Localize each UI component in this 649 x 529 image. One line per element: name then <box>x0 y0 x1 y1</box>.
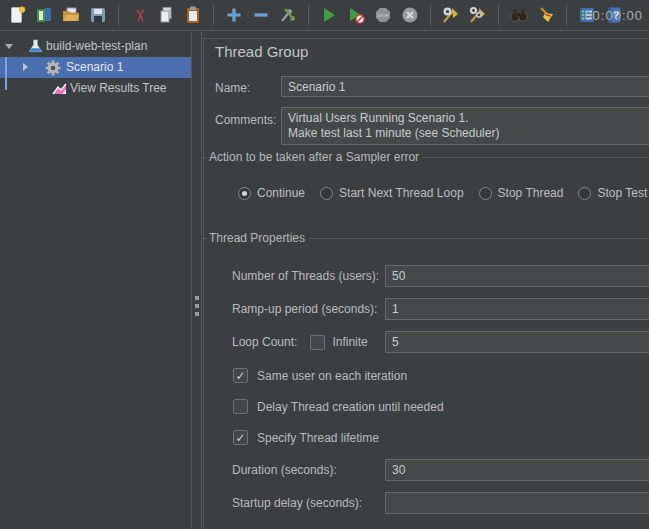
tree-item-label: build-web-test-plan <box>46 39 147 53</box>
radio-button[interactable] <box>320 187 333 200</box>
comments-line-2: Make test last 1 minute (see Scheduler) <box>288 126 499 141</box>
delay-thread-checkbox[interactable]: ✓ <box>233 399 248 414</box>
loop-count-label: Loop Count: <box>232 335 297 349</box>
collapse-arrow-icon[interactable] <box>23 63 28 71</box>
radio-stop-thread[interactable]: Stop Thread <box>479 186 564 200</box>
start-icon[interactable] <box>318 4 340 26</box>
group-border-line <box>309 238 649 239</box>
paste-icon[interactable] <box>182 4 204 26</box>
group-border-line <box>423 157 649 158</box>
stop-icon: STOP <box>372 4 394 26</box>
remove-icon[interactable] <box>250 4 272 26</box>
thread-lifetime-checkbox[interactable]: ✓ <box>233 430 248 445</box>
toolbar-separator <box>498 5 499 25</box>
toolbar-separator <box>118 5 119 25</box>
toolbar-separator <box>566 5 567 25</box>
start-no-timers-icon[interactable] <box>345 4 367 26</box>
loop-count-value: 5 <box>392 335 399 349</box>
comments-input[interactable]: Virtual Users Running Scenario 1. Make t… <box>281 107 649 145</box>
infinite-label: Infinite <box>332 335 367 349</box>
radio-button[interactable] <box>238 187 251 200</box>
duration-label: Duration (seconds): <box>232 463 337 477</box>
shutdown-icon <box>399 4 421 26</box>
toolbar-separator <box>213 5 214 25</box>
sampler-error-group-title: Action to be taken after a Sampler error <box>207 150 423 164</box>
loop-count-input[interactable]: 5 <box>385 331 649 353</box>
radio-label: Stop Test <box>597 186 647 200</box>
splitter-grip-dot <box>195 312 199 316</box>
new-file-icon[interactable] <box>6 4 28 26</box>
thread-group-panel: Thread Group Name: Scenario 1 Comments: … <box>202 31 649 529</box>
comments-line-1: Virtual Users Running Scenario 1. <box>288 111 469 126</box>
cut-icon[interactable]: ✂ <box>128 4 150 26</box>
sampler-error-group: Action to be taken after a Sampler error <box>202 150 649 164</box>
num-threads-row: Number of Threads (users): 50 <box>232 265 649 287</box>
thread-properties-group: Thread Properties <box>202 231 649 245</box>
ramp-up-value: 1 <box>392 302 399 316</box>
svg-text:STOP: STOP <box>377 13 389 18</box>
startup-delay-row: Startup delay (seconds): <box>232 492 649 514</box>
tree-item-scenario-1[interactable]: Scenario 1 <box>0 57 191 78</box>
expand-arrow-icon[interactable] <box>5 44 13 49</box>
same-user-row[interactable]: ✓ Same user on each iteration <box>233 367 407 384</box>
ramp-up-input[interactable]: 1 <box>385 298 649 320</box>
sampler-error-options: Continue Start Next Thread Loop Stop Thr… <box>238 184 647 202</box>
copy-icon[interactable] <box>155 4 177 26</box>
radio-continue[interactable]: Continue <box>238 186 305 200</box>
ramp-up-label: Ramp-up period (seconds): <box>232 302 377 316</box>
search-reset-icon[interactable] <box>535 4 557 26</box>
results-chart-icon <box>51 80 68 101</box>
toolbar-separator <box>430 5 431 25</box>
name-value: Scenario 1 <box>288 80 345 94</box>
thread-lifetime-label: Specify Thread lifetime <box>257 431 379 445</box>
clear-icon[interactable] <box>440 4 462 26</box>
tree-item-label: View Results Tree <box>70 81 167 95</box>
templates-icon[interactable] <box>33 4 55 26</box>
toolbar: ✂ STOP ? 00:00:00 <box>0 0 649 31</box>
duration-value: 30 <box>392 463 405 477</box>
tree-item-label: Scenario 1 <box>66 60 123 74</box>
radio-stop-test[interactable]: Stop Test <box>578 186 647 200</box>
toggle-icon[interactable] <box>277 4 299 26</box>
loop-count-row: Loop Count: ✓ Infinite 5 <box>232 331 649 353</box>
test-plan-tree: build-web-test-plan Scenario 1 View Resu… <box>0 32 191 529</box>
save-icon[interactable] <box>87 4 109 26</box>
infinite-checkbox[interactable]: ✓ <box>310 335 325 350</box>
startup-delay-input[interactable] <box>385 492 649 514</box>
duration-row: Duration (seconds): 30 <box>232 459 649 481</box>
duration-input[interactable]: 30 <box>385 459 649 481</box>
toolbar-separator <box>308 5 309 25</box>
startup-delay-label: Startup delay (seconds): <box>232 496 362 510</box>
radio-button[interactable] <box>578 187 591 200</box>
comments-label: Comments: <box>215 113 276 127</box>
delay-thread-label: Delay Thread creation until needed <box>257 400 444 414</box>
same-user-checkbox[interactable]: ✓ <box>233 368 248 383</box>
tree-item-view-results-tree[interactable]: View Results Tree <box>0 78 191 99</box>
check-icon: ✓ <box>235 432 245 444</box>
radio-start-next-thread-loop[interactable]: Start Next Thread Loop <box>320 186 464 200</box>
check-icon: ✓ <box>235 370 245 382</box>
tree-main-splitter[interactable] <box>191 32 202 529</box>
add-icon[interactable] <box>223 4 245 26</box>
tree-guide-line <box>5 57 7 90</box>
thread-lifetime-row[interactable]: ✓ Specify Thread lifetime <box>233 429 379 446</box>
delay-thread-row[interactable]: ✓ Delay Thread creation until needed <box>233 398 444 415</box>
tree-item-test-plan[interactable]: build-web-test-plan <box>0 36 191 57</box>
radio-label: Start Next Thread Loop <box>339 186 464 200</box>
same-user-label: Same user on each iteration <box>257 369 407 383</box>
test-duration-timer: 00:00:00 <box>584 0 643 31</box>
name-input[interactable]: Scenario 1 <box>281 76 649 97</box>
jmeter-window: ✂ STOP ? 00:00:00 build-web-test-plan <box>0 0 649 529</box>
radio-label: Stop Thread <box>498 186 564 200</box>
num-threads-label: Number of Threads (users): <box>232 269 379 283</box>
search-icon[interactable] <box>508 4 530 26</box>
name-label: Name: <box>215 81 250 95</box>
splitter-grip-dot <box>195 296 199 300</box>
num-threads-input[interactable]: 50 <box>385 265 649 287</box>
open-file-icon[interactable] <box>60 4 82 26</box>
test-plan-flask-icon <box>27 38 44 59</box>
page-title: Thread Group <box>215 43 308 60</box>
thread-properties-group-title: Thread Properties <box>207 231 309 245</box>
clear-all-icon[interactable] <box>467 4 489 26</box>
radio-button[interactable] <box>479 187 492 200</box>
